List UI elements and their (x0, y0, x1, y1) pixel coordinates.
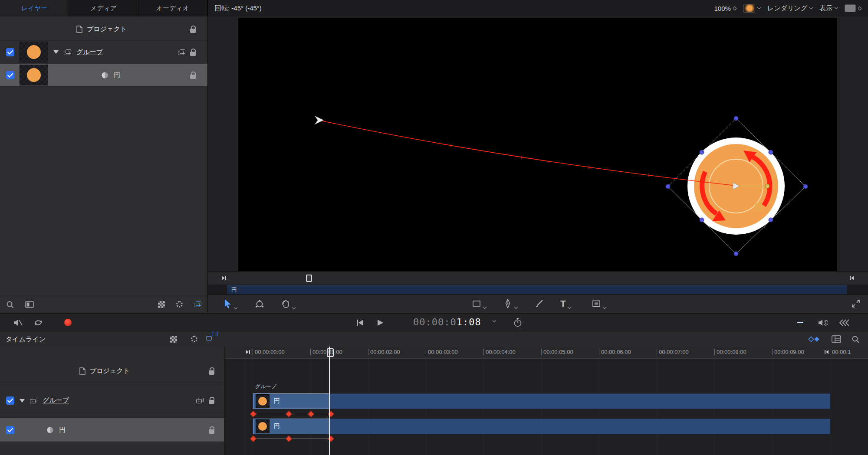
chevron-down-icon (809, 6, 813, 9)
canvas-color-control[interactable] (743, 4, 760, 13)
group-checkbox[interactable] (6, 48, 14, 56)
layers-row-project[interactable]: プロジェクト (0, 18, 207, 41)
playhead-handle[interactable] (327, 348, 334, 357)
lock-icon[interactable] (209, 429, 214, 434)
clip-thumbnail (256, 419, 270, 433)
chevron-down-icon (835, 6, 838, 9)
timecode-display[interactable]: 00:00:01:08 (413, 317, 481, 327)
text-tool[interactable]: T (560, 299, 571, 308)
search-icon[interactable] (6, 301, 14, 308)
play-range-out-icon[interactable] (849, 275, 855, 281)
group-checkbox[interactable] (6, 396, 14, 405)
zoom-value: 100% (714, 5, 731, 12)
circle-checkbox[interactable] (6, 71, 14, 79)
gear-icon[interactable] (176, 301, 183, 308)
ruler-label: 00:00:06:00 (599, 349, 631, 355)
blend-icon[interactable] (196, 398, 204, 403)
chevron-down-icon (568, 305, 571, 309)
paint-stroke-tool[interactable] (534, 299, 544, 308)
keyframe-diamond[interactable] (308, 411, 315, 418)
zoom-control[interactable]: 100% (714, 5, 736, 12)
panel-tabs: レイヤー メディア オーディオ (0, 0, 208, 16)
timeline-row-project[interactable]: プロジェクト (0, 360, 224, 383)
keyframes-toggle-icon[interactable] (808, 336, 820, 343)
mini-playhead[interactable] (306, 275, 312, 282)
checkerboard-icon[interactable] (170, 336, 177, 343)
circle-label[interactable]: 円 (59, 426, 66, 434)
go-to-start-icon[interactable] (356, 318, 365, 327)
tab-layers[interactable]: レイヤー (0, 0, 69, 16)
play-range-in-icon[interactable] (221, 275, 227, 281)
window-scale-control[interactable] (845, 4, 861, 12)
disclosure-triangle-icon[interactable] (53, 50, 59, 54)
play-range-in-icon[interactable] (246, 350, 251, 354)
track-bar-circle[interactable]: 円 (253, 419, 830, 434)
timeline-ruler[interactable]: 00:00:00:00 00:00:01:00 00:00:02:00 00:0… (225, 347, 868, 359)
keyframe-diamond[interactable] (250, 435, 257, 442)
scale-stepper-icon[interactable] (858, 7, 861, 10)
text-tool-glyph: T (560, 299, 566, 308)
shape-circle-icon (46, 426, 54, 434)
group-label[interactable]: グループ (43, 396, 69, 405)
layers-view-icon[interactable] (194, 301, 201, 307)
stopwatch-icon[interactable] (513, 318, 523, 327)
select-tool[interactable] (224, 299, 237, 309)
play-range-out-icon[interactable] (824, 350, 829, 354)
checkerboard-icon[interactable] (158, 301, 165, 308)
canvas-preview-swatch-icon (743, 4, 755, 13)
group-label[interactable]: グループ (76, 48, 103, 56)
lock-icon[interactable] (209, 400, 214, 404)
rendering-menu[interactable]: レンダリング (767, 4, 812, 13)
layers-row-group[interactable]: グループ (0, 40, 207, 64)
timeline-row-group[interactable]: グループ (0, 389, 224, 412)
blend-icon[interactable] (178, 49, 185, 55)
canvas[interactable] (238, 18, 837, 271)
pan-tool[interactable] (281, 299, 295, 309)
expand-canvas-icon[interactable] (851, 299, 861, 308)
zoom-stepper-icon[interactable] (733, 7, 736, 10)
timeline-row-circle[interactable]: 円 (0, 418, 224, 442)
disclosure-triangle-icon[interactable] (20, 399, 25, 403)
loop-icon[interactable] (33, 318, 43, 327)
tab-media[interactable]: メディア (69, 0, 138, 16)
track-bar-group[interactable]: 円 (253, 393, 830, 409)
record-button[interactable] (64, 319, 72, 326)
play-button[interactable] (376, 318, 385, 327)
lock-icon[interactable] (190, 29, 196, 33)
display-menu[interactable]: 表示 (819, 4, 838, 13)
filter-view-icon[interactable] (25, 301, 34, 308)
layers-row-circle[interactable]: 円 (0, 64, 207, 87)
triple-chevron-left-icon[interactable] (838, 319, 850, 327)
keyframe-diamond[interactable] (250, 411, 257, 418)
mini-clip[interactable]: 円 (227, 285, 847, 294)
timeline-tracks[interactable]: 00:00:00:00 00:00:01:00 00:00:02:00 00:0… (225, 347, 868, 455)
zoom-icon[interactable] (852, 335, 860, 344)
bezier-pen-tool[interactable] (503, 299, 517, 308)
ruler-label: 00:00:09:00 (772, 349, 804, 355)
keyframe-diamond[interactable] (286, 411, 293, 418)
path-start-point[interactable] (315, 116, 324, 124)
timecode-menu-chevron-icon[interactable] (493, 319, 496, 322)
playhead[interactable] (329, 347, 330, 455)
ruler-label: 00:00:07:00 (657, 349, 689, 355)
tab-audio[interactable]: オーディオ (138, 0, 207, 16)
speaker-icon[interactable] (818, 318, 828, 327)
mask-tool[interactable] (592, 299, 606, 308)
circle-label[interactable]: 円 (114, 71, 120, 79)
group-layers-icon (64, 49, 71, 55)
circle-checkbox[interactable] (6, 426, 14, 434)
mute-icon[interactable] (13, 318, 23, 327)
motion-path[interactable] (318, 120, 736, 186)
lock-icon[interactable] (190, 52, 196, 56)
lock-icon[interactable] (209, 370, 214, 375)
mini-timeline-scrubber[interactable] (208, 271, 868, 285)
shape-tool[interactable] (472, 299, 486, 308)
keyframe-diamond[interactable] (286, 435, 293, 442)
track-display-icon[interactable] (832, 335, 841, 343)
gear-icon[interactable] (191, 336, 197, 342)
project-label: プロジェクト (90, 367, 130, 375)
lock-icon[interactable] (190, 75, 196, 79)
document-icon (79, 367, 85, 375)
edit-points-tool[interactable] (255, 299, 264, 308)
rotation-handle-dot[interactable] (765, 184, 769, 188)
